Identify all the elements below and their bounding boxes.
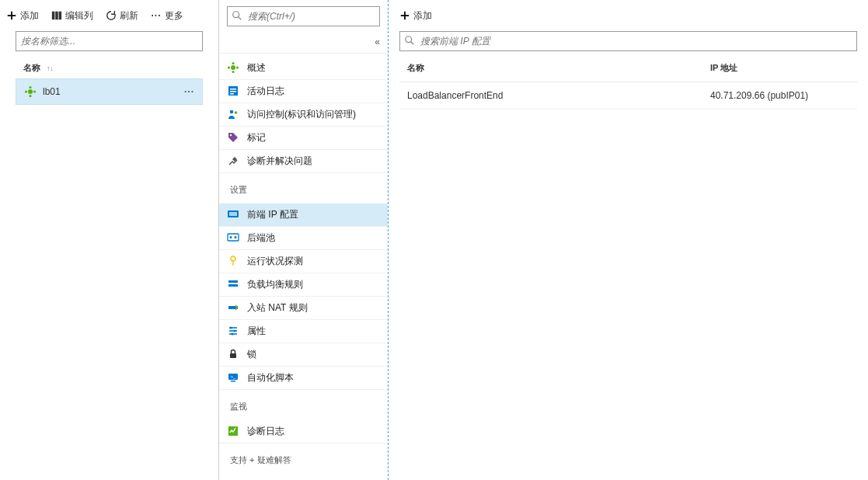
menu-item[interactable]: 属性 bbox=[219, 320, 388, 343]
menu-item[interactable]: 诊断日志 bbox=[219, 420, 388, 443]
menu-item-label: 后端池 bbox=[247, 231, 275, 245]
add-label: 添加 bbox=[20, 9, 39, 23]
edit-columns-button[interactable]: 编辑列 bbox=[51, 9, 93, 23]
cell-name: LoadBalancerFrontEnd bbox=[407, 90, 710, 101]
svg-rect-30 bbox=[228, 284, 238, 287]
health-probe-icon bbox=[227, 255, 239, 267]
menu-group-monitor: 诊断日志 bbox=[219, 417, 388, 447]
properties-icon bbox=[227, 325, 239, 337]
menu-group-top: 概述活动日志访问控制(标识和访问管理)标记诊断并解决问题 bbox=[219, 54, 388, 176]
svg-point-4 bbox=[25, 90, 27, 92]
svg-point-5 bbox=[33, 90, 36, 92]
table-row[interactable]: LoadBalancerFrontEnd40.71.209.66 (pubIP0… bbox=[399, 82, 857, 110]
menu-item-label: 诊断日志 bbox=[247, 425, 284, 438]
edit-columns-label: 编辑列 bbox=[65, 9, 93, 23]
menu-item[interactable]: 锁 bbox=[219, 343, 388, 367]
svg-rect-18 bbox=[230, 93, 234, 95]
svg-rect-1 bbox=[55, 12, 58, 20]
svg-point-13 bbox=[232, 62, 234, 64]
svg-point-8 bbox=[233, 12, 239, 18]
cell-ip: 40.71.209.66 (pubIP01) bbox=[710, 90, 849, 101]
more-label: 更多 bbox=[165, 9, 183, 23]
menu-item-label: 属性 bbox=[247, 325, 266, 338]
menu-item[interactable]: 后端池 bbox=[219, 227, 388, 250]
svg-rect-2 bbox=[59, 12, 62, 20]
settings-section-title: 设置 bbox=[219, 176, 388, 200]
resource-more-icon[interactable]: ··· bbox=[184, 86, 194, 97]
menu-item-label: 前端 IP 配置 bbox=[247, 208, 298, 221]
menu-search-input[interactable] bbox=[227, 6, 380, 26]
svg-point-10 bbox=[231, 65, 235, 70]
resource-name: lb01 bbox=[43, 86, 61, 97]
svg-point-3 bbox=[28, 89, 33, 94]
svg-point-36 bbox=[234, 330, 236, 332]
menu-item-label: 锁 bbox=[247, 348, 256, 361]
iam-icon bbox=[227, 108, 239, 120]
detail-panel: 添加 名称 IP 地址 LoadBalancerFrontEnd40.71.20… bbox=[389, 0, 868, 480]
svg-rect-17 bbox=[230, 91, 236, 92]
svg-rect-40 bbox=[231, 381, 235, 382]
refresh-button[interactable]: 刷新 bbox=[106, 9, 138, 23]
menu-item[interactable]: >_自动化脚本 bbox=[219, 367, 388, 390]
menu-item[interactable]: 访问控制(标识和访问管理) bbox=[219, 103, 388, 127]
lb-color-icon bbox=[227, 61, 239, 74]
svg-rect-24 bbox=[228, 234, 239, 241]
ellipsis-icon: ··· bbox=[151, 10, 162, 21]
plus-icon bbox=[6, 10, 17, 21]
menu-item[interactable]: 负载均衡规则 bbox=[219, 273, 388, 297]
collapse-button[interactable]: « bbox=[219, 31, 388, 54]
refresh-label: 刷新 bbox=[120, 9, 138, 23]
col-ip-header[interactable]: IP 地址 bbox=[710, 62, 849, 74]
menu-search-box bbox=[227, 6, 380, 26]
frontend-ip-table: 名称 IP 地址 LoadBalancerFrontEnd40.71.209.6… bbox=[399, 56, 857, 110]
menu-item[interactable]: 概述 bbox=[219, 57, 388, 80]
resource-row[interactable]: lb01 ··· bbox=[16, 78, 203, 105]
svg-point-45 bbox=[406, 37, 412, 43]
add-button[interactable]: 添加 bbox=[6, 9, 39, 23]
more-button[interactable]: ··· 更多 bbox=[151, 9, 183, 23]
menu: 概述活动日志访问控制(标识和访问管理)标记诊断并解决问题 设置 前端 IP 配置… bbox=[219, 54, 388, 480]
svg-line-9 bbox=[239, 17, 242, 20]
svg-point-19 bbox=[230, 110, 234, 114]
svg-line-46 bbox=[411, 42, 414, 45]
sort-icon: ↑↓ bbox=[47, 64, 54, 72]
menu-item-label: 活动日志 bbox=[247, 85, 284, 98]
menu-item-label: 诊断并解决问题 bbox=[247, 155, 312, 168]
svg-rect-23 bbox=[229, 212, 237, 216]
menu-item[interactable]: 新建支持请求 bbox=[219, 474, 388, 480]
svg-point-7 bbox=[29, 95, 31, 97]
menu-item[interactable]: 标记 bbox=[219, 127, 388, 150]
svg-rect-0 bbox=[52, 12, 55, 20]
menu-group-settings: 前端 IP 配置后端池运行状况探测负载均衡规则入站 NAT 规则属性锁>_自动化… bbox=[219, 200, 388, 393]
menu-item[interactable]: 入站 NAT 规则 bbox=[219, 297, 388, 320]
menu-item[interactable]: 前端 IP 配置 bbox=[219, 203, 388, 227]
menu-item[interactable]: 运行状况探测 bbox=[219, 250, 388, 273]
backend-pool-icon bbox=[227, 231, 239, 244]
filter-input[interactable] bbox=[16, 31, 203, 51]
svg-point-21 bbox=[230, 134, 232, 136]
diag-log-icon bbox=[227, 425, 239, 437]
resource-list-panel: 添加 编辑列 刷新 ··· 更多 名称 ↑↓ lb01 bbox=[0, 0, 219, 480]
menu-item[interactable]: 活动日志 bbox=[219, 80, 388, 103]
svg-rect-16 bbox=[230, 89, 236, 90]
frontend-ip-icon bbox=[227, 208, 239, 221]
detail-search-input[interactable] bbox=[399, 31, 857, 51]
columns-icon bbox=[51, 10, 62, 21]
menu-item-label: 入站 NAT 规则 bbox=[247, 301, 308, 315]
table-header: 名称 IP 地址 bbox=[399, 56, 857, 82]
tag-icon bbox=[227, 131, 239, 144]
svg-point-14 bbox=[232, 71, 234, 73]
load-balancer-icon bbox=[24, 85, 37, 98]
menu-item-label: 访问控制(标识和访问管理) bbox=[247, 108, 356, 121]
search-icon bbox=[404, 35, 415, 46]
name-header[interactable]: 名称 ↑↓ bbox=[0, 57, 218, 78]
plus-icon bbox=[399, 10, 410, 21]
menu-item-label: 标记 bbox=[247, 131, 266, 144]
activity-log-icon bbox=[227, 85, 239, 97]
diagnose-icon bbox=[227, 155, 239, 167]
detail-add-button[interactable]: 添加 bbox=[399, 9, 432, 23]
col-name-header[interactable]: 名称 bbox=[407, 62, 710, 74]
menu-item[interactable]: 诊断并解决问题 bbox=[219, 150, 388, 173]
svg-point-11 bbox=[228, 67, 230, 69]
detail-add-label: 添加 bbox=[413, 9, 432, 23]
